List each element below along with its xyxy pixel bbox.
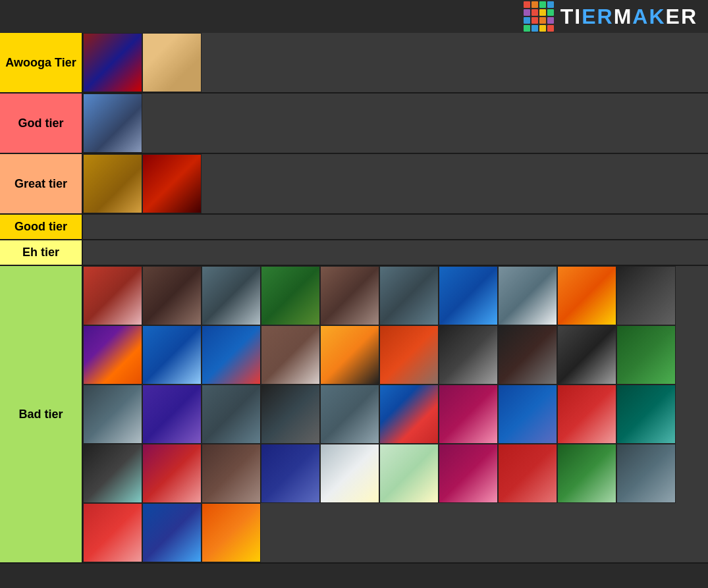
character-black-widow[interactable] [557, 325, 616, 385]
tier-row-great: Great tier [0, 154, 708, 215]
tier-content-eh [83, 240, 708, 265]
character-maria-hill[interactable] [498, 266, 557, 325]
tier-table: Awooga Tier God tier Great tier Good tie… [0, 33, 708, 564]
character-wasp[interactable] [202, 503, 261, 562]
tier-content-bad [83, 266, 708, 562]
character-ant-man-3[interactable] [557, 444, 616, 503]
tier-label-awooga: Awooga Tier [0, 33, 83, 92]
logo-dot-8 [547, 9, 554, 16]
character-nick-fury[interactable] [616, 266, 676, 325]
character-cap-america[interactable] [379, 385, 439, 444]
character-rocket[interactable] [83, 154, 142, 213]
character-shuri[interactable] [83, 444, 142, 503]
logo-dot-15 [539, 25, 546, 32]
tier-content-good [83, 215, 708, 239]
character-black-panther-1[interactable] [439, 325, 498, 385]
character-banner[interactable] [379, 266, 439, 325]
tier-row-god: God tier [0, 94, 708, 154]
logo-dot-1 [524, 1, 530, 8]
character-scarlet-witch[interactable] [83, 266, 142, 325]
character-cap-2[interactable] [202, 325, 261, 385]
logo-dot-2 [531, 1, 538, 8]
logo-dot-10 [531, 17, 538, 24]
character-groot-2[interactable] [202, 444, 261, 503]
tier-label-good: Good tier [0, 215, 83, 239]
logo-grid [524, 1, 554, 32]
tier-label-bad: Bad tier [0, 266, 83, 562]
character-loki[interactable] [261, 444, 320, 503]
tier-row-eh: Eh tier [0, 240, 708, 266]
character-spiderman[interactable] [83, 33, 142, 92]
character-valkyrie[interactable] [439, 385, 498, 444]
tier-label-great: Great tier [0, 154, 83, 213]
tier-row-bad: Bad tier [0, 266, 708, 564]
tier-label-bad-text: Bad tier [18, 408, 63, 421]
logo-dot-6 [531, 9, 538, 16]
tier-row-awooga: Awooga Tier [0, 33, 708, 94]
logo-dot-14 [531, 25, 538, 32]
logo-dot-4 [547, 1, 554, 8]
logo-dot-16 [547, 25, 554, 32]
character-ant-man-2[interactable] [616, 385, 676, 444]
tier-label-good-text: Good tier [14, 220, 67, 234]
character-female-hero[interactable] [142, 33, 202, 92]
character-winter-soldier-2[interactable] [83, 385, 142, 444]
tier-label-eh: Eh tier [0, 240, 83, 265]
character-black-panther-2[interactable] [261, 385, 320, 444]
character-killian[interactable] [379, 325, 439, 385]
logo-dot-9 [524, 17, 530, 24]
character-shuri-2[interactable] [616, 444, 676, 503]
character-jane-foster[interactable] [261, 325, 320, 385]
character-yellowjacket[interactable] [320, 325, 379, 385]
character-falcon[interactable] [142, 325, 202, 385]
tier-label-great-text: Great tier [14, 177, 67, 191]
tier-content-great [83, 154, 708, 213]
logo-dot-12 [547, 17, 554, 24]
character-war-machine-2[interactable] [498, 444, 557, 503]
tier-content-god [83, 94, 708, 153]
character-okoye-3[interactable] [83, 503, 142, 562]
character-abomination[interactable] [261, 266, 320, 325]
character-thor[interactable] [83, 94, 142, 153]
character-okoye-1[interactable] [498, 325, 557, 385]
character-okoye-2[interactable] [142, 444, 202, 503]
character-thanos[interactable] [142, 385, 202, 444]
logo-dot-3 [539, 1, 546, 8]
character-nebula-2[interactable] [498, 385, 557, 444]
character-groot-1[interactable] [142, 266, 202, 325]
character-nebula-1[interactable] [439, 266, 498, 325]
character-mantis[interactable] [379, 444, 439, 503]
tier-label-god-text: God tier [18, 117, 63, 130]
tier-label-awooga-text: Awooga Tier [5, 56, 76, 70]
header: TiERMAKER [0, 0, 708, 33]
character-winter-soldier-1[interactable] [320, 385, 379, 444]
character-vision[interactable] [142, 154, 202, 213]
character-captain-marvel[interactable] [557, 266, 616, 325]
logo: TiERMAKER [524, 1, 697, 32]
logo-dot-5 [524, 9, 530, 16]
logo-dot-13 [524, 25, 530, 32]
logo-text: TiERMAKER [560, 5, 697, 29]
tier-label-god: God tier [0, 94, 83, 153]
character-war-machine-1[interactable] [202, 385, 261, 444]
character-tony-stark[interactable] [557, 385, 616, 444]
character-drax[interactable] [320, 266, 379, 325]
tier-content-awooga [83, 33, 708, 92]
character-coulson[interactable] [202, 266, 261, 325]
character-pepper[interactable] [320, 444, 379, 503]
logo-dot-7 [539, 9, 546, 16]
character-nebula-blue[interactable] [142, 503, 202, 562]
logo-dot-11 [539, 17, 546, 24]
tier-row-good: Good tier [0, 215, 708, 240]
character-doctor-strange[interactable] [83, 325, 142, 385]
character-cobie[interactable] [439, 444, 498, 503]
tier-label-eh-text: Eh tier [22, 246, 59, 259]
character-gamora[interactable] [616, 325, 676, 385]
